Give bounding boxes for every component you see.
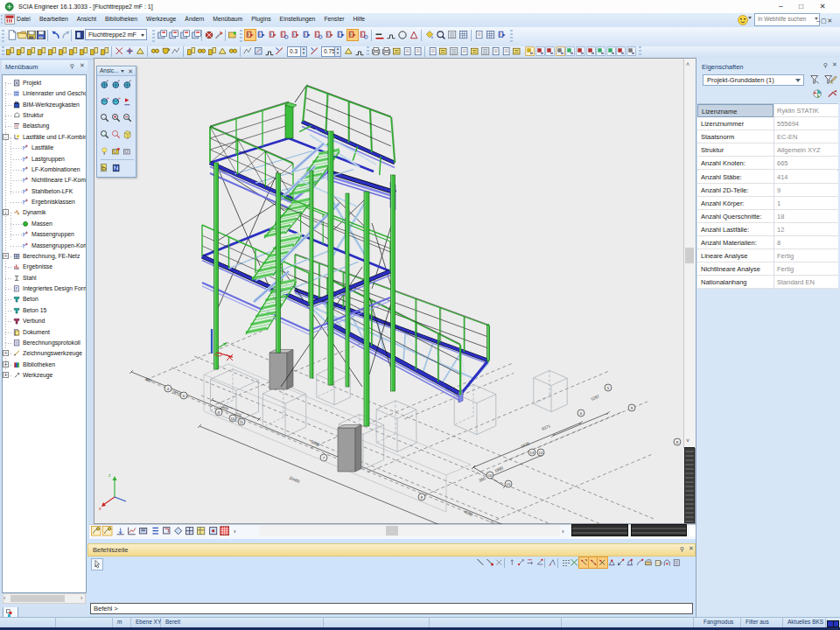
svg-text:x: x: [99, 506, 102, 511]
svg-text:4050: 4050: [464, 509, 474, 517]
svg-text:15: 15: [507, 482, 511, 486]
svg-text:1287: 1287: [590, 394, 600, 402]
svg-text:z: z: [108, 472, 111, 478]
svg-text:1638: 1638: [520, 441, 530, 449]
svg-text:1990: 1990: [494, 466, 504, 473]
svg-text:10x80: 10x80: [289, 475, 301, 484]
svg-text:14: 14: [539, 451, 543, 455]
svg-text:16: 16: [488, 473, 493, 478]
svg-text:13: 13: [530, 451, 535, 455]
svg-text:6371: 6371: [541, 424, 551, 431]
svg-text:1870: 1870: [172, 389, 182, 397]
svg-text:320: 320: [144, 376, 152, 383]
svg-text:380: 380: [478, 476, 486, 483]
